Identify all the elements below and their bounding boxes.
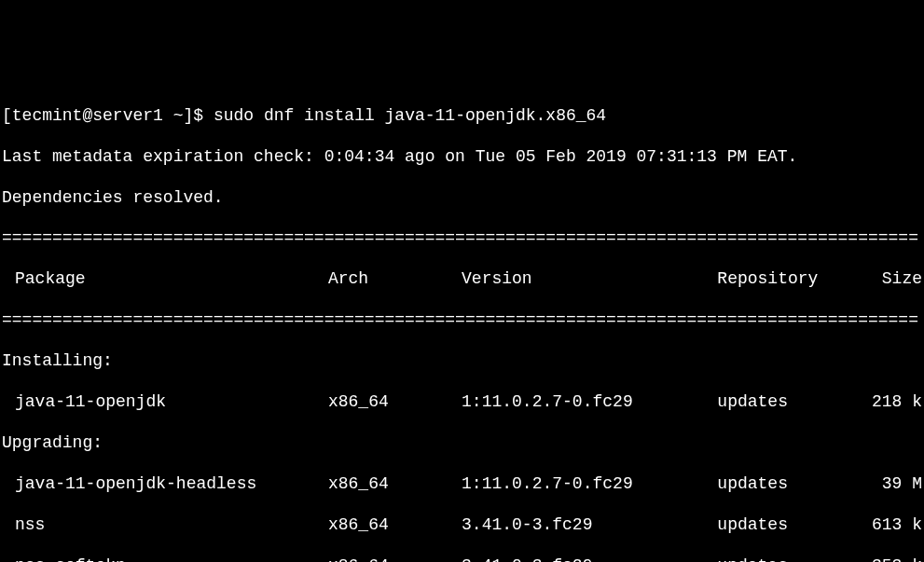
pkg-arch: x86_64 xyxy=(328,392,462,413)
header-version: Version xyxy=(462,269,717,290)
table-row: nss-softoknx86_643.41.0-3.fc29updates353… xyxy=(2,556,922,562)
header-package: Package xyxy=(2,269,328,290)
header-repository: Repository xyxy=(717,269,866,290)
prompt-userhost: tecmint@server1 xyxy=(12,106,163,125)
pkg-repo: updates xyxy=(717,474,866,495)
section-upgrading: Upgrading: xyxy=(2,433,922,454)
table-row: java-11-openjdkx86_641:11.0.2.7-0.fc29up… xyxy=(2,392,922,413)
pkg-size: 353 k xyxy=(866,556,922,562)
pkg-size: 39 M xyxy=(866,474,922,495)
prompt-path: ~ xyxy=(173,106,184,125)
pkg-name: java-11-openjdk-headless xyxy=(2,474,328,495)
pkg-arch: x86_64 xyxy=(328,474,462,495)
pkg-name: nss xyxy=(2,515,328,536)
pkg-repo: updates xyxy=(717,392,866,413)
table-row: nssx86_643.41.0-3.fc29updates613 k xyxy=(2,515,922,536)
pkg-version: 3.41.0-3.fc29 xyxy=(462,515,717,536)
pkg-size: 218 k xyxy=(866,392,922,413)
pkg-name: nss-softokn xyxy=(2,556,328,562)
divider-top: ========================================… xyxy=(2,228,922,249)
pkg-name: java-11-openjdk xyxy=(2,392,328,413)
pkg-version: 1:11.0.2.7-0.fc29 xyxy=(462,392,717,413)
prompt-open-bracket: [ xyxy=(2,106,12,125)
pkg-repo: updates xyxy=(717,556,866,562)
pkg-arch: x86_64 xyxy=(328,556,462,562)
pkg-version: 1:11.0.2.7-0.fc29 xyxy=(462,474,717,495)
table-header-row: PackageArchVersionRepositorySize xyxy=(2,269,922,290)
pkg-version: 3.41.0-3.fc29 xyxy=(462,556,717,562)
divider-header: ========================================… xyxy=(2,310,922,331)
prompt-line: [tecmint@server1 ~]$ sudo dnf install ja… xyxy=(2,106,922,127)
deps-resolved: Dependencies resolved. xyxy=(2,188,922,209)
prompt-symbol: $ xyxy=(193,106,203,125)
pkg-size: 613 k xyxy=(866,515,922,536)
header-arch: Arch xyxy=(328,269,462,290)
prompt-command: sudo dnf install java-11-openjdk.x86_64 xyxy=(214,106,606,125)
section-installing: Installing: xyxy=(2,351,922,372)
table-row: java-11-openjdk-headlessx86_641:11.0.2.7… xyxy=(2,474,922,495)
pkg-repo: updates xyxy=(717,515,866,536)
header-size: Size xyxy=(866,269,922,290)
metadata-line: Last metadata expiration check: 0:04:34 … xyxy=(2,147,922,168)
terminal-output: [tecmint@server1 ~]$ sudo dnf install ja… xyxy=(2,86,922,562)
pkg-arch: x86_64 xyxy=(328,515,462,536)
prompt-close-bracket: ] xyxy=(183,106,193,125)
